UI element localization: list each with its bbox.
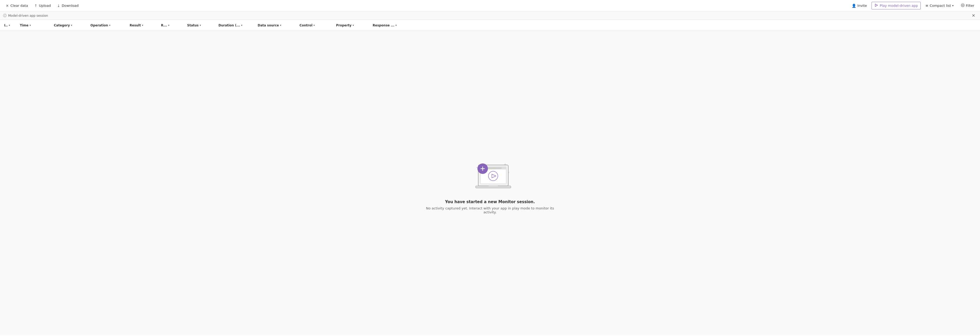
download-button[interactable]: ↓ Download [54, 2, 81, 9]
toolbar-right: 👤 Invite Play model-driven app ≡ Compact… [849, 2, 977, 10]
col-header-id[interactable]: I.. ▾ [2, 24, 18, 27]
chevron-down-icon: ▾ [952, 4, 954, 7]
filter-button[interactable]: Filter [958, 2, 977, 9]
empty-state-title: You have started a new Monitor session. [445, 199, 535, 204]
col-header-status[interactable]: Status ▾ [185, 24, 216, 27]
chevron-down-icon: ▾ [313, 24, 315, 27]
invite-button[interactable]: 👤 Invite [849, 2, 869, 9]
session-bar: ⓘ Model-driven app session ✕ [0, 11, 980, 20]
svg-marker-0 [875, 4, 878, 6]
chevron-down-icon: ▾ [395, 24, 397, 27]
col-header-datasource[interactable]: Data source ▾ [256, 24, 298, 27]
col-category-label: Category [54, 24, 70, 27]
column-headers: I.. ▾ Time ▾ Category ▾ Operation ▾ Resu… [0, 20, 980, 31]
col-header-duration[interactable]: Duration (... ▾ [216, 24, 256, 27]
col-header-category[interactable]: Category ▾ [52, 24, 88, 27]
invite-label: Invite [858, 4, 867, 8]
download-label: Download [62, 4, 79, 8]
chevron-down-icon: ▾ [200, 24, 201, 27]
clear-data-label: Clear data [10, 4, 28, 8]
chevron-down-icon: ▾ [241, 24, 242, 27]
col-result-label: Result [130, 24, 141, 27]
svg-point-2 [962, 5, 963, 6]
col-header-response[interactable]: Response ... ▾ [371, 24, 412, 27]
svg-rect-19 [489, 186, 498, 186]
col-response-label: Response ... [373, 24, 395, 27]
monitor-illustration [464, 153, 516, 194]
close-icon: ✕ [6, 4, 9, 8]
list-icon: ≡ [925, 4, 928, 8]
chevron-down-icon: ▾ [168, 24, 169, 27]
chevron-down-icon: ▾ [9, 24, 10, 27]
chevron-down-icon: ▾ [280, 24, 281, 27]
chevron-down-icon: ▾ [142, 24, 143, 27]
toolbar-left: ✕ Clear data ↑ Upload ↓ Download [3, 2, 848, 9]
play-icon [874, 3, 878, 8]
upload-button[interactable]: ↑ Upload [32, 2, 53, 9]
col-header-operation[interactable]: Operation ▾ [88, 24, 127, 27]
svg-point-1 [961, 4, 964, 7]
person-icon: 👤 [852, 4, 856, 8]
col-header-property[interactable]: Property ▾ [334, 24, 371, 27]
chevron-down-icon: ▾ [353, 24, 354, 27]
chevron-down-icon: ▾ [71, 24, 72, 27]
col-header-time[interactable]: Time ▾ [18, 24, 52, 27]
compact-list-label: Compact list [929, 4, 951, 8]
download-icon: ↓ [57, 4, 60, 8]
col-r-label: R... [161, 24, 167, 27]
upload-label: Upload [39, 4, 51, 8]
clear-data-button[interactable]: ✕ Clear data [3, 2, 30, 9]
svg-rect-15 [487, 167, 502, 169]
col-status-label: Status [187, 24, 199, 27]
play-model-driven-button[interactable]: Play model-driven app [872, 2, 921, 10]
toolbar: ✕ Clear data ↑ Upload ↓ Download 👤 Invit… [0, 0, 980, 11]
info-icon: ⓘ [3, 13, 6, 18]
col-header-r[interactable]: R... ▾ [159, 24, 185, 27]
svg-rect-18 [476, 186, 511, 188]
col-control-label: Control [299, 24, 313, 27]
col-property-label: Property [336, 24, 352, 27]
chevron-down-icon: ▾ [30, 24, 31, 27]
filter-icon [961, 3, 964, 8]
compact-list-button[interactable]: ≡ Compact list ▾ [923, 2, 956, 9]
empty-state-subtitle: No activity captured yet. Interact with … [425, 206, 555, 214]
play-model-driven-label: Play model-driven app [880, 4, 918, 8]
session-bar-label: Model-driven app session [8, 14, 48, 18]
chevron-down-icon: ▾ [109, 24, 111, 27]
close-session-button[interactable]: ✕ [970, 13, 977, 19]
col-header-result[interactable]: Result ▾ [127, 24, 159, 27]
filter-label: Filter [966, 4, 974, 8]
empty-state: You have started a new Monitor session. … [0, 31, 980, 336]
col-duration-label: Duration (... [218, 24, 240, 27]
col-id-label: I.. [4, 24, 8, 27]
col-operation-label: Operation [91, 24, 108, 27]
col-header-control[interactable]: Control ▾ [298, 24, 334, 27]
upload-icon: ↑ [34, 4, 37, 8]
col-time-label: Time [20, 24, 29, 27]
col-datasource-label: Data source [258, 24, 279, 27]
